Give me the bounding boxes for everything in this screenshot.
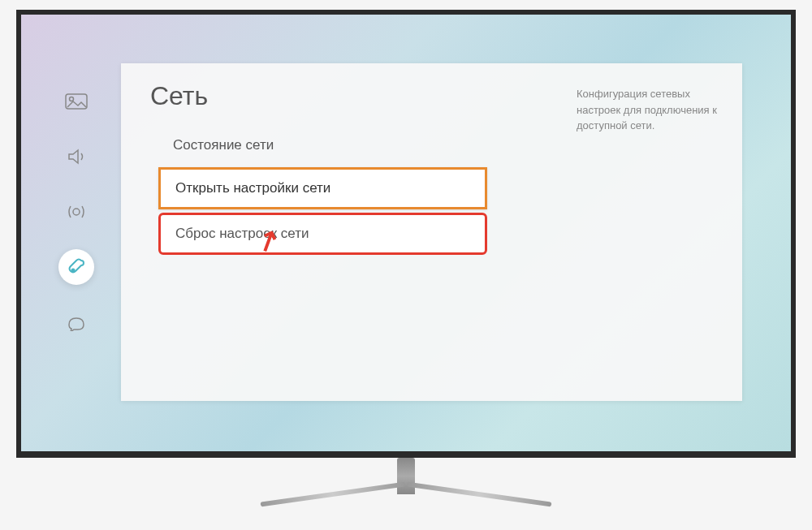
svg-point-2 xyxy=(73,209,80,215)
general-settings-icon[interactable] xyxy=(58,249,94,285)
help-description: Конфигурация сетевых настроек для подклю… xyxy=(577,86,723,134)
panel-title: Сеть xyxy=(150,81,208,111)
menu-item-open-network-settings[interactable]: Открыть настройки сети xyxy=(158,167,487,209)
menu-list: Состояние сети Открыть настройки сети Сб… xyxy=(158,127,487,258)
svg-point-3 xyxy=(72,269,75,272)
svg-point-1 xyxy=(70,97,74,101)
tv-stand xyxy=(252,458,560,519)
support-settings-icon[interactable] xyxy=(58,304,94,340)
menu-item-network-status[interactable]: Состояние сети xyxy=(158,127,487,164)
menu-item-reset-network[interactable]: Сброс настроек сети xyxy=(158,213,487,255)
picture-settings-icon[interactable] xyxy=(58,84,94,119)
tv-screen: Сеть Конфигурация сетевых настроек для п… xyxy=(16,10,796,458)
broadcast-settings-icon[interactable] xyxy=(58,194,94,230)
sound-settings-icon[interactable] xyxy=(58,139,94,175)
settings-sidebar xyxy=(52,84,101,340)
svg-rect-0 xyxy=(66,94,87,109)
settings-panel: Сеть Конфигурация сетевых настроек для п… xyxy=(121,63,742,401)
